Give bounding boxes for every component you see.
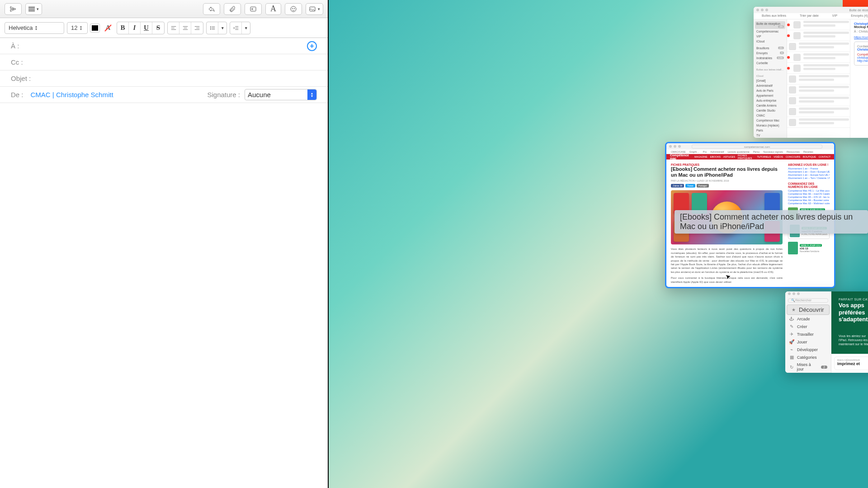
message-row[interactable] [787,117,850,128]
sidebar-item[interactable]: Brouillons21 [755,46,785,51]
message-row[interactable] [787,19,850,30]
close-icon[interactable] [756,9,759,11]
message-row[interactable] [787,30,850,41]
photo-browser-button[interactable]: ▾ [306,3,323,15]
sidebar-item-arcade[interactable]: 🕹Arcade [785,315,831,323]
sidebar-item[interactable]: Corbeille [755,61,785,66]
message-row[interactable] [787,95,850,106]
align-right-button[interactable] [191,22,203,34]
appstore-hero[interactable]: PARFAIT SUR CATALINA Vos apps préférées … [831,291,868,354]
close-icon[interactable] [669,145,672,148]
font-family-select[interactable]: Helvetica▴▾ [5,22,64,34]
mail-viewer-window[interactable]: Boîte de réception (29 messages) Boîtes … [754,7,868,138]
sidebar-item[interactable]: TV [755,133,785,138]
sidebar-item[interactable]: Appartement [755,93,785,98]
sidebar-item[interactable]: Paris [755,128,785,133]
safari-url-field[interactable]: competencemac.com [692,145,822,149]
close-icon[interactable] [788,292,791,295]
zoom-icon[interactable] [678,145,681,148]
to-field-row[interactable]: À : + [0,38,328,54]
clear-color-button[interactable]: A [102,22,114,34]
markup-button[interactable] [245,3,262,15]
mail-tab[interactable]: Boîtes aux lettres [762,13,786,19]
sidebar-item[interactable]: Camille Amiens [755,103,785,108]
mail-title: Boîte de réception (29 messages) [770,9,868,12]
sidebar-item[interactable]: Avis de Paris [755,88,785,93]
sidebar-item[interactable]: Envoyés4 [755,51,785,56]
format-button[interactable]: A [265,3,281,15]
sidebar-item-develop[interactable]: ⌁Développer [785,346,831,353]
mail-tab[interactable]: VIP [832,13,837,19]
svg-point-4 [294,8,294,9]
zoom-icon[interactable] [797,292,800,295]
from-value[interactable]: CMAC | Christophe Schmitt [31,91,113,99]
underline-button[interactable]: U [141,22,152,34]
align-left-button[interactable] [168,22,179,34]
safari-bookmarks-bar: CMAC/CASEGraphi…ProAdministratifLecture … [666,150,834,154]
cc-input[interactable] [26,58,317,66]
safari-titlebar: competencemac.com [666,143,834,150]
sidebar-item-play[interactable]: 🚀Jouer [785,338,831,346]
sidebar-item-categories[interactable]: ▦Catégories [785,353,831,361]
reply-button[interactable] [203,3,220,15]
arcade-icon: 🕹 [789,316,794,321]
mail-tab[interactable]: Trier par date [800,13,819,19]
message-row[interactable] [787,106,850,117]
signature-select[interactable]: Aucune ▴▾ [245,89,317,100]
minimize-icon[interactable] [674,145,676,148]
appstore-card[interactable]: BIEN DÉMARRERImprimez et [834,357,868,370]
sidebar-item[interactable]: Auto-entreprise [755,98,785,103]
italic-button[interactable]: I [129,22,141,34]
sidebar-item[interactable]: Compétence Mac [755,118,785,123]
ebook-card[interactable]: MISE À JOUR 13.2iOS 13Nouvelles fonction… [788,242,830,254]
subject-input[interactable] [33,75,317,82]
sidebar-item[interactable]: VIP [755,34,785,39]
message-row[interactable] [787,52,850,63]
align-center-button[interactable] [179,22,191,34]
header-fields-menu[interactable]: ▾ [25,3,42,15]
zoom-icon[interactable] [765,9,768,11]
message-row[interactable] [787,74,850,84]
subject-field-row[interactable]: Objet : [0,70,328,87]
add-recipient-button[interactable]: + [307,41,317,51]
sidebar-item[interactable]: [Gmail] [755,78,785,83]
message-row[interactable] [787,84,850,95]
cc-field-row[interactable]: Cc : [0,54,328,70]
sidebar-item-create[interactable]: ✎Créer [785,323,831,330]
attach-button[interactable] [224,3,241,15]
sidebar-item[interactable]: iCloud [755,39,785,44]
list-menu-button[interactable]: ▾ [218,22,226,34]
send-button[interactable] [5,3,22,15]
message-link[interactable]: https://competence-mac.com/mockup-photos… [854,36,868,39]
minimize-icon[interactable] [761,9,764,11]
indent-button[interactable] [230,22,242,34]
mail-tab[interactable]: Envoyés (4) [851,13,868,19]
to-input[interactable] [22,42,307,50]
sidebar-item[interactable]: Camille Studio [755,108,785,113]
compose-body[interactable] [0,103,328,488]
minimize-icon[interactable] [793,292,795,295]
emoji-button[interactable] [285,3,302,15]
text-color-swatch[interactable] [90,24,99,32]
strike-button[interactable]: S [152,22,164,34]
sidebar-item-updates[interactable]: ↻Mises à jour2 [785,361,831,373]
sidebar-item[interactable]: Boîte de réception25 [755,21,785,29]
plane-icon: ✈ [789,332,794,337]
indent-menu-button[interactable]: ▾ [242,22,250,34]
sidebar-item[interactable]: Competencemac [755,29,785,34]
sidebar-item[interactable]: CMAC [755,113,785,118]
message-row[interactable] [787,63,850,74]
sidebar-item[interactable]: Administratif [755,83,785,88]
list-button[interactable] [207,22,218,34]
sidebar-item-work[interactable]: ✈Travailler [785,330,831,338]
font-size-select[interactable]: 12▴▾ [67,22,88,34]
sidebar-item[interactable]: Monaco (replace) [755,123,785,128]
appstore-search[interactable]: 🔍 Rechercher [788,298,828,303]
sidebar-item-discover[interactable]: ★Découvrir [787,305,830,315]
subject-label: Objet : [11,75,31,82]
sidebar-item[interactable]: Indésirables126 [755,56,785,61]
appstore-window[interactable]: 🔍 Rechercher ★Découvrir 🕹Arcade ✎Créer ✈… [785,291,868,373]
bold-button[interactable]: B [117,22,129,34]
stepper-icon: ▴▾ [307,89,316,100]
message-row[interactable] [787,41,850,52]
